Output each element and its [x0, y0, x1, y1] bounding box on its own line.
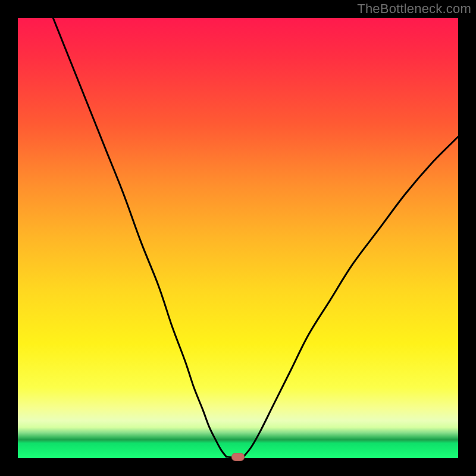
watermark-text: TheBottleneck.com — [357, 1, 471, 17]
chart-frame: TheBottleneck.com — [0, 0, 476, 476]
optimum-marker — [231, 453, 245, 461]
bottleneck-curve — [18, 18, 458, 458]
bottleneck-curve-path — [53, 18, 458, 458]
